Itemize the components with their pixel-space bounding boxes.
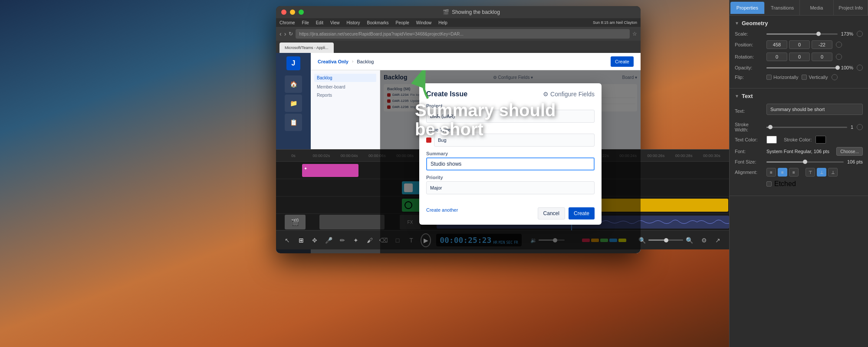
rot-z-input[interactable]: 0 [812,52,832,61]
tool-pen[interactable]: ✏ [338,234,347,246]
position-reset-btn[interactable] [836,42,842,48]
menu-edit[interactable]: Edit [316,20,323,25]
tab-transitions[interactable]: Transitions [766,0,800,15]
tool-star[interactable]: ✦ [352,234,361,246]
menu-window[interactable]: Window [416,20,432,25]
pos-x-input[interactable]: 458 [766,40,787,49]
rotation-reset-btn[interactable] [836,54,842,60]
tab-label: Microsoft/Teams - Appli... [285,46,329,50]
summary-input[interactable] [426,157,595,170]
issue-type-select[interactable]: Bug [434,134,595,147]
tool-arrow[interactable]: ↖ [283,234,292,246]
flip-horizontal-option[interactable]: Horizontally [766,75,798,80]
sidebar-home[interactable]: 🏠 [285,75,302,93]
flip-reset-btn[interactable] [832,74,838,80]
scale-reset-btn[interactable] [857,31,863,37]
project-row: Project DAR (DAR) [426,103,595,123]
sidebar-projects[interactable]: 📁 [285,95,302,112]
choose-font-button[interactable]: Choose... [836,147,863,156]
rot-y-input[interactable]: 0 [789,52,810,61]
tab-media[interactable]: Media [800,0,834,15]
flip-label: Flip: [735,75,763,80]
tool-move[interactable]: ✥ [310,234,319,246]
nav-reports[interactable]: Reports [314,91,376,99]
sidebar-boards[interactable]: 📋 [285,114,302,131]
bookmark-icon[interactable]: ☆ [632,31,637,37]
menu-file[interactable]: File [302,20,309,25]
modal-footer: Create another Cancel Create [419,204,602,225]
share-btn[interactable]: ↗ [713,234,722,246]
align-left-btn[interactable]: ≡ [766,168,776,177]
back-button[interactable]: ‹ [279,30,282,37]
modal-body: Project DAR (DAR) [419,98,602,204]
menu-view[interactable]: View [330,20,340,25]
clip-magenta[interactable]: ✦ [302,164,358,177]
etched-option[interactable]: Etched [766,180,796,188]
issue-type-value: Bug [438,137,447,143]
forward-button[interactable]: › [284,30,286,37]
flip-h-checkbox[interactable] [766,75,772,80]
menu-help[interactable]: Help [438,20,447,25]
zoom-slider[interactable] [648,239,683,241]
close-button[interactable] [281,10,286,15]
flip-options: Horizontally Vertically [766,75,828,80]
summary-row: Summary [426,151,595,170]
pos-y-input[interactable]: 0 [789,40,810,49]
menu-bookmarks[interactable]: Bookmarks [367,20,389,25]
refresh-button[interactable]: ↻ [289,31,293,37]
settings-btn[interactable]: ⚙ [700,234,709,246]
flip-vertical-option[interactable]: Vertically [802,75,828,80]
tool-select[interactable]: ⊞ [297,234,306,246]
text-section-header[interactable]: ▼ Text [735,93,863,99]
menu-history[interactable]: History [346,20,360,25]
modal-configure-fields[interactable]: ⚙ Configure Fields [543,91,595,98]
create-button[interactable]: Create [611,56,634,67]
address-bar[interactable]: https://jira.atlassian.net/secure/RapidB… [296,29,630,39]
etched-checkbox[interactable] [766,181,772,187]
tool-mic[interactable]: 🎤 [324,234,333,246]
priority-select[interactable]: Major [426,181,595,194]
stroke-width-reset-btn[interactable] [857,124,863,130]
thumb-clip-2[interactable] [319,215,385,229]
nav-board[interactable]: Member-board [314,83,376,91]
font-size-row: Font Size: 106 pts [735,159,863,164]
summary-label: Summary [426,151,595,156]
stroke-color-swatch[interactable] [815,136,826,144]
align-center-btn[interactable]: ≡ [778,168,787,177]
scale-slider[interactable] [766,33,838,35]
align-top-btn[interactable]: ⊤ [806,168,815,177]
create-button-modal[interactable]: Create [569,207,595,219]
create-another-btn[interactable]: Create another [426,207,458,219]
geometry-section-header[interactable]: ▼ Geometry [735,20,863,26]
tool-brush[interactable]: 🖌 [365,234,374,246]
zoom-in-btn[interactable]: 🔍 [686,237,693,244]
geometry-collapse-icon: ▼ [735,21,739,26]
menu-chrome[interactable]: Chrome [279,20,295,25]
browser-toolbar: ‹ › ↻ https://jira.atlassian.net/secure/… [276,27,641,41]
flip-v-checkbox[interactable] [802,75,807,80]
align-middle-btn[interactable]: ⊥ [817,168,826,177]
browser-tab-jira[interactable]: Microsoft/Teams - Appli... [279,43,334,53]
opacity-slider[interactable] [766,67,838,69]
align-right-btn[interactable]: ≡ [789,168,799,177]
minimize-button[interactable] [290,10,295,15]
thumb-clip-1[interactable]: 🎬 [285,215,306,229]
text-collapse-icon: ▼ [735,94,739,98]
text-input[interactable]: Summary should be short [766,104,863,115]
rot-x-input[interactable]: 0 [766,52,787,61]
modal-overlay[interactable]: Create Issue ⚙ Configure Fields Project [380,70,641,253]
thumb-content-1: 🎬 [285,215,306,229]
stroke-width-slider[interactable] [766,127,847,128]
font-size-slider[interactable] [766,161,844,163]
project-select[interactable]: DAR (DAR) [426,110,595,123]
pos-z-input[interactable]: -22 [812,40,832,49]
opacity-reset-btn[interactable] [857,65,863,71]
nav-backlog[interactable]: Backlog [314,74,376,82]
tab-project-info[interactable]: Project Info [834,0,868,15]
text-color-swatch[interactable] [766,136,777,144]
cancel-button[interactable]: Cancel [538,207,565,219]
tab-properties[interactable]: Properties [730,2,765,14]
menu-people[interactable]: People [396,20,409,25]
align-bottom-btn[interactable]: ⊥ [828,168,838,177]
maximize-button[interactable] [299,10,304,15]
